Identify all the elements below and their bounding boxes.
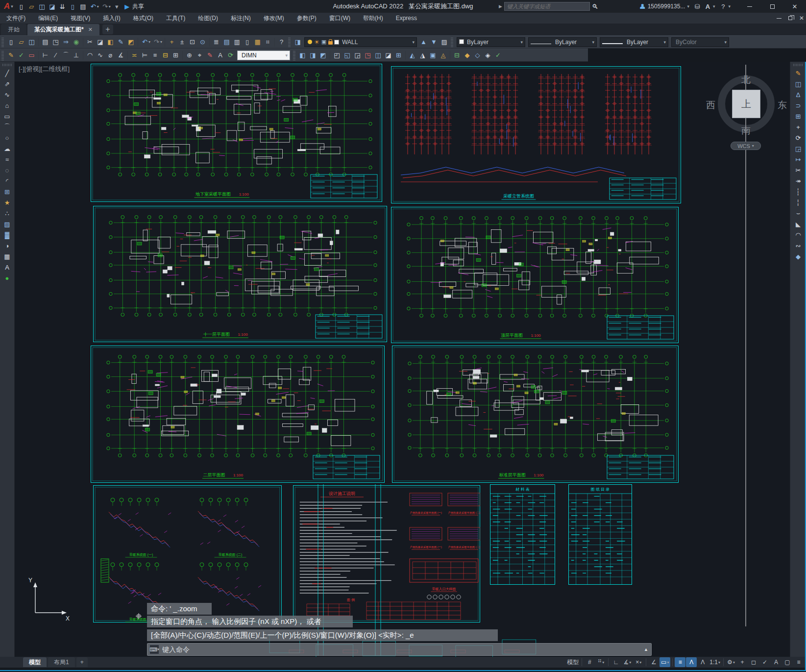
viewport-label[interactable]: [-][俯视][二维线框] [19, 65, 70, 74]
viewcube-south[interactable]: 南 [741, 124, 751, 137]
block-editor-icon[interactable]: ◩ [126, 37, 136, 47]
match-properties-icon[interactable]: ✎ [116, 37, 126, 47]
zoom-previous-icon[interactable]: ⊙ [197, 37, 208, 47]
autodesk-a-icon[interactable]: A [703, 1, 713, 12]
cut-icon[interactable]: ✂ [85, 37, 95, 47]
trim-icon[interactable]: ✂ [793, 165, 804, 175]
dimstyle-dropdown[interactable]: DIMN▾ [237, 50, 290, 60]
offset-faces-icon[interactable]: ◲ [352, 50, 363, 60]
open-file-icon[interactable]: ▱ [26, 1, 37, 12]
model-tab[interactable]: 模型 [23, 657, 47, 667]
ellipse-icon[interactable]: ◌ [2, 165, 12, 175]
layer-dropdown[interactable]: ☀▣WALL▾ [304, 37, 417, 47]
move-faces-icon[interactable]: ◱ [342, 50, 352, 60]
file-tab-close-icon[interactable]: ✕ [88, 26, 93, 33]
rectangle-icon[interactable]: ▭ [2, 111, 12, 122]
construction-line-icon[interactable]: ⇗ [2, 78, 12, 89]
doc-minimize-button[interactable] [777, 18, 782, 19]
new-layout-button[interactable]: + [76, 657, 88, 667]
publish-icon[interactable]: ⇒ [61, 37, 71, 47]
taper-faces-icon[interactable]: ◪ [383, 50, 393, 60]
command-input-bar[interactable]: ⌨▾ ▲ [147, 643, 652, 656]
polar-tracking-icon[interactable]: ∡▾ [622, 657, 633, 667]
viewcube[interactable]: 北 西 东 南 上 [718, 75, 775, 132]
search-input[interactable] [504, 2, 590, 11]
extract-edges-icon[interactable]: ◈ [483, 50, 493, 60]
copy-faces-icon[interactable]: ⊞ [393, 50, 404, 60]
layer-previous-icon[interactable]: ◨ [293, 37, 303, 47]
pan-icon[interactable]: + [167, 37, 177, 47]
search-icon[interactable]: 🔍︎ [590, 1, 600, 12]
layer-properties-icon[interactable]: ≣ [211, 37, 221, 47]
color-edges-icon[interactable]: ◮ [417, 50, 428, 60]
layer-match-icon[interactable]: ▼ [429, 37, 439, 47]
make-object-layer-current-icon[interactable]: ▲ [418, 37, 429, 47]
join-icon[interactable]: ⌣ [793, 208, 804, 219]
gradient-icon[interactable]: ▓ [2, 229, 12, 240]
annotation-visibility-icon[interactable]: Ʌ [686, 657, 697, 667]
annotation-scale-icon[interactable]: 1:1▾ [708, 657, 721, 667]
file-tab-0[interactable]: 开始 [1, 24, 26, 35]
line-icon[interactable]: ╱ [2, 68, 12, 78]
command-history-toggle-icon[interactable]: ▲ [644, 647, 648, 652]
purge-icon[interactable]: ▭ [26, 50, 37, 60]
menu-item-1[interactable]: 编辑(E) [32, 13, 64, 24]
layer-thaw-icon[interactable]: ☀ [314, 39, 319, 46]
dim-angular-icon[interactable]: ∡ [116, 50, 126, 60]
new-drawing-tab-button[interactable]: + [102, 25, 113, 34]
chamfer-icon[interactable]: ◣ [793, 219, 804, 229]
logo-caret-icon[interactable]: ▾ [11, 4, 13, 9]
properties-palette-icon[interactable]: ▥ [232, 37, 242, 47]
linetype-dropdown[interactable]: ByLayer▾ [528, 37, 597, 47]
dim-edit-icon[interactable]: ✎ [205, 50, 215, 60]
maximize-button[interactable] [761, 0, 783, 13]
edit-text-icon[interactable]: ✎ [6, 50, 16, 60]
layout1-tab[interactable]: 布局1 [48, 657, 75, 667]
polygon-icon[interactable]: ⌂ [2, 100, 12, 111]
offset-icon[interactable]: ⊃ [793, 100, 804, 111]
viewcube-top-face[interactable]: 上 [732, 90, 760, 118]
tool-palettes-icon[interactable]: ▯ [242, 37, 252, 47]
paste-icon[interactable]: ◧ [105, 37, 116, 47]
plot-preview-icon[interactable]: ◳ [50, 37, 61, 47]
sheet-set-manager-icon[interactable]: ▦ [252, 37, 263, 47]
menu-item-4[interactable]: 格式(O) [127, 13, 160, 24]
publish-web-icon[interactable]: ◉ [71, 37, 81, 47]
zoom-realtime-icon[interactable]: ± [177, 37, 187, 47]
clean-icon[interactable]: ◬ [438, 50, 448, 60]
help-icon[interactable]: ? [276, 37, 287, 47]
revision-cloud-icon[interactable]: ☁ [2, 143, 12, 154]
stretch-icon[interactable]: ↦ [793, 154, 804, 165]
dim-arc-length-icon[interactable]: ⌒ [61, 50, 71, 60]
zoom-window-icon[interactable]: ⊡ [187, 37, 197, 47]
copy-icon[interactable]: ◫ [793, 78, 804, 89]
hatch-icon[interactable]: ▨ [2, 219, 12, 229]
menu-item-7[interactable]: 标注(N) [224, 13, 257, 24]
qnew-icon[interactable]: ▯ [6, 37, 16, 47]
layer-manager-icon[interactable]: ▤ [221, 37, 232, 47]
dim-ordinate-icon[interactable]: ⊥ [71, 50, 81, 60]
print-icon[interactable]: ▤ [78, 1, 88, 12]
insert-block-icon[interactable]: ⊞ [2, 186, 12, 197]
plot-icon[interactable]: ▤ [40, 37, 50, 47]
intersect-icon[interactable]: ◩ [318, 50, 328, 60]
grid-display-icon[interactable]: # [584, 657, 595, 667]
annotation-autoscale-icon[interactable]: Ʌ [697, 657, 708, 667]
layer-on-icon[interactable] [308, 40, 312, 44]
break-icon[interactable]: ╎ [793, 197, 804, 208]
erase-icon[interactable]: ✎ [793, 68, 804, 78]
union-icon[interactable]: ◧ [297, 50, 308, 60]
menu-item-12[interactable]: Express [390, 13, 423, 24]
circle-icon[interactable]: ○ [2, 132, 12, 143]
ortho-mode-icon[interactable]: ∟ [611, 657, 621, 667]
menu-item-9[interactable]: 参数(P) [291, 13, 323, 24]
save2-icon[interactable]: ◫ [26, 37, 37, 47]
isometric-drafting-icon[interactable]: ∠ [648, 657, 659, 667]
viewcube-west[interactable]: 西 [706, 99, 715, 112]
username[interactable]: 1505999135... [648, 3, 685, 10]
save-as-icon[interactable]: ◪ [47, 1, 57, 12]
polyline-icon[interactable]: ∿ [2, 89, 12, 100]
command-input[interactable] [161, 645, 644, 654]
layer-lock-icon[interactable] [328, 41, 333, 45]
qat-customize-icon[interactable]: ▾ [112, 1, 122, 12]
